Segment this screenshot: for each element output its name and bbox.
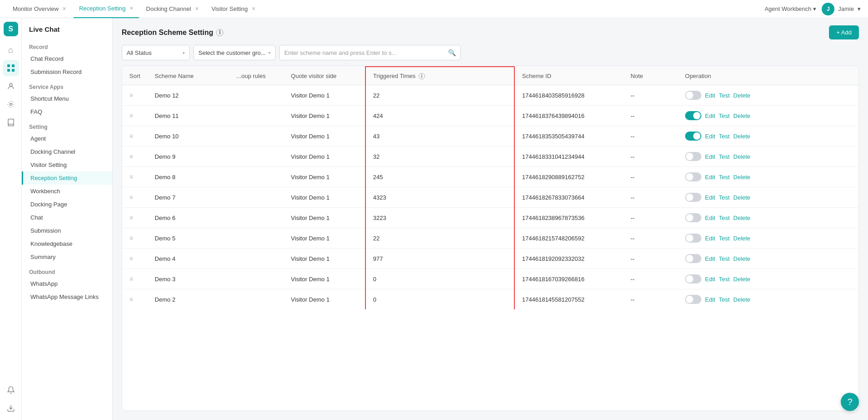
enable-toggle[interactable] (685, 91, 701, 100)
enable-toggle[interactable] (685, 295, 701, 304)
nav-item-workbench[interactable]: Workbench (22, 185, 112, 198)
tab-monitor[interactable]: Monitor Overview✕ (7, 0, 72, 18)
nav-item-visitor-setting[interactable]: Visitor Setting (22, 158, 112, 171)
operation-cell: Edit Test Delete (678, 167, 858, 187)
triggered-info-icon[interactable]: ℹ (419, 73, 425, 79)
edit-link[interactable]: Edit (705, 92, 715, 99)
help-button[interactable]: ? (841, 393, 859, 411)
tab-close-icon[interactable]: ✕ (252, 6, 256, 12)
edit-link[interactable]: Edit (705, 153, 715, 160)
nav-item-submission-record[interactable]: Submission Record (22, 65, 112, 78)
nav-item-knowledgebase[interactable]: Knowledgebase (22, 237, 112, 250)
tab-label: Reception Setting (79, 5, 126, 12)
drag-handle-icon[interactable]: ≡ (129, 255, 133, 262)
drag-handle-icon[interactable]: ≡ (129, 153, 133, 160)
drag-handle-icon[interactable]: ≡ (129, 275, 133, 283)
drag-handle-icon[interactable]: ≡ (129, 132, 133, 140)
edit-link[interactable]: Edit (705, 296, 715, 303)
book-icon-btn[interactable] (3, 114, 19, 131)
scheme-search[interactable]: Enter scheme name and press Enter to s..… (279, 45, 461, 60)
test-link[interactable]: Test (719, 174, 730, 181)
delete-link[interactable]: Delete (733, 235, 750, 242)
nav-item-faq[interactable]: FAQ (22, 105, 112, 118)
drag-handle-icon[interactable]: ≡ (129, 194, 133, 201)
agent-workbench-dropdown[interactable]: Agent Workbench ▾ (764, 5, 816, 12)
drag-handle-icon[interactable]: ≡ (129, 214, 133, 221)
nav-item-docking-channel[interactable]: Docking Channel (22, 145, 112, 158)
drag-handle-icon[interactable]: ≡ (129, 112, 133, 119)
enable-toggle[interactable] (685, 152, 701, 161)
status-filter[interactable]: All Status ▾ (122, 45, 190, 60)
enable-toggle[interactable] (685, 172, 701, 181)
tab-close-icon[interactable]: ✕ (62, 6, 66, 12)
scheme-name-cell: Demo 10 (148, 126, 229, 147)
test-link[interactable]: Test (719, 255, 730, 262)
settings-icon-btn[interactable] (3, 96, 19, 112)
user-menu[interactable]: J Jamie ▾ (822, 3, 861, 15)
tab-visitor[interactable]: Visitor Setting✕ (206, 0, 261, 18)
download-icon-btn[interactable] (3, 400, 19, 416)
nav-item-reception-setting[interactable]: Reception Setting (22, 171, 112, 185)
test-link[interactable]: Test (719, 276, 730, 283)
users-icon-btn[interactable] (3, 78, 19, 94)
drag-handle-icon[interactable]: ≡ (129, 234, 133, 242)
drag-handle-icon[interactable]: ≡ (129, 173, 133, 181)
test-link[interactable]: Test (719, 235, 730, 242)
group-filter[interactable]: Select the customer gro... ▾ (193, 45, 276, 60)
delete-link[interactable]: Delete (733, 296, 750, 303)
group-rules-cell (229, 249, 284, 269)
test-link[interactable]: Test (719, 296, 730, 303)
delete-link[interactable]: Delete (733, 112, 750, 119)
delete-link[interactable]: Delete (733, 174, 750, 181)
edit-link[interactable]: Edit (705, 174, 715, 181)
add-button[interactable]: + Add (829, 25, 859, 39)
test-link[interactable]: Test (719, 133, 730, 140)
tab-close-icon[interactable]: ✕ (195, 6, 199, 12)
enable-toggle[interactable] (685, 132, 701, 141)
edit-link[interactable]: Edit (705, 255, 715, 262)
enable-toggle[interactable] (685, 193, 701, 202)
delete-link[interactable]: Delete (733, 153, 750, 160)
delete-link[interactable]: Delete (733, 92, 750, 99)
delete-link[interactable]: Delete (733, 276, 750, 283)
nav-item-whatsapp-message-links[interactable]: WhatsApp Message Links (22, 290, 112, 303)
test-link[interactable]: Test (719, 215, 730, 221)
enable-toggle[interactable] (685, 254, 701, 263)
test-link[interactable]: Test (719, 92, 730, 99)
tab-docking[interactable]: Docking Channel✕ (141, 0, 204, 18)
enable-toggle[interactable] (685, 274, 701, 283)
delete-link[interactable]: Delete (733, 194, 750, 201)
test-link[interactable]: Test (719, 112, 730, 119)
delete-link[interactable]: Delete (733, 255, 750, 262)
drag-handle-icon[interactable]: ≡ (129, 296, 133, 303)
nav-item-docking-page[interactable]: Docking Page (22, 198, 112, 211)
enable-toggle[interactable] (685, 111, 701, 120)
test-link[interactable]: Test (719, 153, 730, 160)
tab-close-icon[interactable]: ✕ (129, 5, 133, 11)
page-info-icon[interactable]: ℹ (216, 29, 223, 36)
edit-link[interactable]: Edit (705, 235, 715, 242)
drag-handle-icon[interactable]: ≡ (129, 92, 133, 99)
enable-toggle[interactable] (685, 213, 701, 222)
nav-item-whatsapp[interactable]: WhatsApp (22, 277, 112, 290)
edit-link[interactable]: Edit (705, 194, 715, 201)
edit-link[interactable]: Edit (705, 133, 715, 140)
tab-reception[interactable]: Reception Setting✕ (74, 0, 139, 18)
nav-item-agent[interactable]: Agent (22, 132, 112, 145)
scheme-name-cell: Demo 4 (148, 249, 229, 269)
edit-link[interactable]: Edit (705, 112, 715, 119)
delete-link[interactable]: Delete (733, 133, 750, 140)
home-icon-btn[interactable]: ⌂ (3, 42, 19, 58)
nav-item-chat-record[interactable]: Chat Record (22, 52, 112, 65)
nav-item-submission[interactable]: Submission (22, 224, 112, 237)
nav-item-chat[interactable]: Chat (22, 211, 112, 224)
delete-link[interactable]: Delete (733, 215, 750, 221)
edit-link[interactable]: Edit (705, 215, 715, 221)
test-link[interactable]: Test (719, 194, 730, 201)
nav-item-summary[interactable]: Summary (22, 250, 112, 264)
nav-item-shortcut-menu[interactable]: Shortcut Menu (22, 92, 112, 105)
bell-icon-btn[interactable] (3, 382, 19, 398)
enable-toggle[interactable] (685, 234, 701, 243)
grid-icon-btn[interactable] (3, 60, 19, 76)
edit-link[interactable]: Edit (705, 276, 715, 283)
